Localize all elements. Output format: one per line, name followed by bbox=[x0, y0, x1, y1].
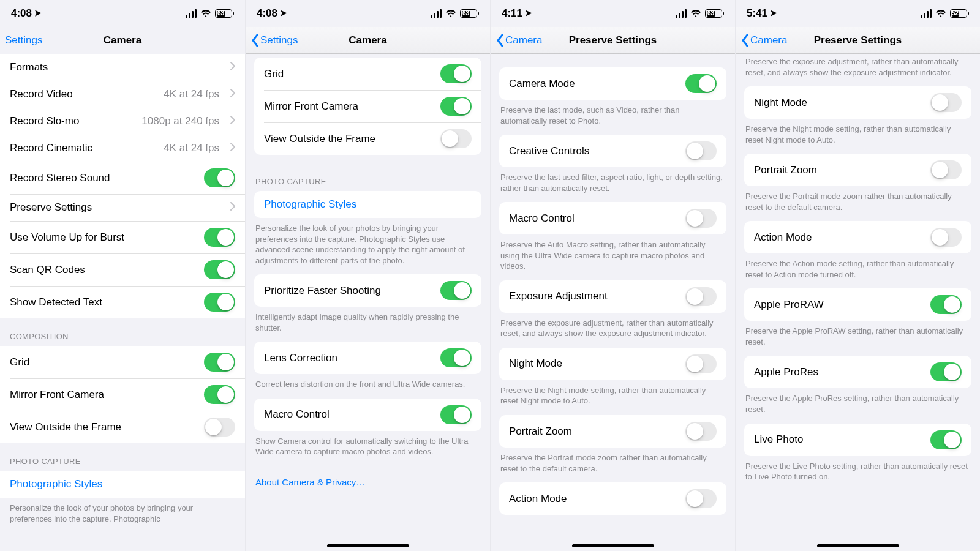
chevron-right-icon bbox=[230, 116, 235, 124]
cell-label: Prioritize Faster Shooting bbox=[264, 285, 433, 297]
toggle-switch[interactable] bbox=[685, 74, 717, 93]
cell-label: Use Volume Up for Burst bbox=[10, 231, 197, 244]
toggle-switch[interactable] bbox=[204, 353, 235, 372]
scroll-area[interactable]: Preserve the exposure adjustment, rather… bbox=[736, 54, 980, 551]
cell-label: Portrait Zoom bbox=[509, 425, 678, 438]
section-footer: Preserve the Night mode setting, rather … bbox=[736, 119, 980, 154]
battery-indicator: 52 bbox=[950, 9, 969, 18]
section-footer: Preserve the last mode, such as Video, r… bbox=[491, 100, 735, 135]
cell-label: Macro Control bbox=[264, 408, 433, 421]
settings-row: Camera Mode bbox=[499, 67, 726, 100]
settings-row: Mirror Front Camera bbox=[0, 378, 245, 411]
settings-row: Grid bbox=[0, 346, 245, 378]
nav-bar: Settings Camera bbox=[0, 27, 245, 54]
section-footer: Preserve the Apple ProRes setting, rathe… bbox=[736, 388, 980, 423]
cellular-icon bbox=[186, 9, 197, 18]
section-footer: Preserve the Live Photo setting, rather … bbox=[736, 456, 980, 491]
cell-group: Camera Mode bbox=[499, 67, 726, 100]
settings-row: Mirror Front Camera bbox=[254, 90, 481, 122]
section-footer: Preserve the Apple ProRAW setting, rathe… bbox=[736, 321, 980, 356]
settings-row: Macro Control bbox=[499, 202, 726, 234]
location-icon: ➤ bbox=[770, 8, 777, 18]
nav-back-button[interactable]: Camera bbox=[741, 27, 787, 53]
toggle-switch[interactable] bbox=[440, 97, 472, 116]
settings-row[interactable]: Preserve Settings bbox=[0, 194, 245, 221]
settings-row[interactable]: Formats bbox=[0, 54, 245, 81]
toggle-switch[interactable] bbox=[204, 228, 235, 247]
section-footer: Preserve the last used filter, aspect ra… bbox=[491, 167, 735, 202]
settings-row: Live Photo bbox=[744, 424, 971, 456]
status-bar: 4:08 ➤ 63 bbox=[0, 0, 245, 27]
cell-label: Record Slo-mo bbox=[10, 115, 134, 127]
section-footer: Preserve the Auto Macro setting, rather … bbox=[491, 234, 735, 280]
cell-group: Apple ProRes bbox=[744, 356, 971, 388]
settings-row: Apple ProRAW bbox=[744, 288, 971, 321]
cell-label: Apple ProRAW bbox=[754, 299, 923, 311]
section-footer: Preserve the Action mode setting, rather… bbox=[736, 253, 980, 288]
scroll-area[interactable]: Grid Mirror Front Camera View Outside th… bbox=[246, 54, 490, 551]
toggle-switch[interactable] bbox=[440, 405, 472, 424]
phone-pane: 4:08 ➤ 63 Settings Camera Formats Record… bbox=[0, 0, 245, 551]
settings-row: Action Mode bbox=[744, 221, 971, 253]
cell-label: Live Photo bbox=[754, 433, 923, 446]
cell-label: Creative Controls bbox=[509, 145, 678, 157]
nav-back-label: Camera bbox=[505, 34, 542, 47]
settings-row: Use Volume Up for Burst bbox=[0, 221, 245, 253]
settings-row: View Outside the Frame bbox=[254, 122, 481, 155]
cell-group: Portrait Zoom bbox=[744, 154, 971, 186]
about-link[interactable]: About Camera & Privacy… bbox=[246, 466, 490, 498]
chevron-left-icon bbox=[741, 34, 749, 47]
toggle-switch[interactable] bbox=[440, 64, 472, 83]
phone-pane: 4:08 ➤ 63 Settings Camera Grid Mirror Fr… bbox=[245, 0, 490, 551]
toggle-switch[interactable] bbox=[930, 93, 962, 112]
settings-row[interactable]: Record Cinematic 4K at 24 fps bbox=[0, 135, 245, 162]
status-time: 4:11 bbox=[502, 7, 522, 20]
scroll-area[interactable]: Camera Mode Preserve the last mode, such… bbox=[491, 54, 735, 551]
section-footer: Preserve the Portrait mode zoom rather t… bbox=[736, 186, 980, 221]
toggle-switch[interactable] bbox=[930, 160, 962, 179]
toggle-switch[interactable] bbox=[440, 348, 472, 367]
toggle-switch[interactable] bbox=[930, 228, 962, 247]
home-indicator bbox=[327, 544, 409, 547]
nav-back-button[interactable]: Camera bbox=[496, 27, 542, 53]
settings-row: Night Mode bbox=[744, 86, 971, 119]
scroll-area[interactable]: Formats Record Video 4K at 24 fps Record… bbox=[0, 54, 245, 551]
toggle-switch[interactable] bbox=[930, 295, 962, 314]
toggle-switch[interactable] bbox=[204, 260, 235, 279]
toggle-switch[interactable] bbox=[685, 141, 717, 160]
cell-detail: 1080p at 240 fps bbox=[141, 115, 219, 127]
cell-label: Mirror Front Camera bbox=[10, 389, 197, 401]
toggle-switch[interactable] bbox=[440, 129, 472, 148]
settings-row[interactable]: Photographic Styles bbox=[0, 471, 245, 498]
settings-row[interactable]: Record Video 4K at 24 fps bbox=[0, 81, 245, 108]
settings-row[interactable]: Record Slo-mo 1080p at 240 fps bbox=[0, 108, 245, 135]
toggle-switch[interactable] bbox=[685, 422, 717, 441]
toggle-switch[interactable] bbox=[685, 489, 717, 508]
toggle-switch[interactable] bbox=[685, 287, 717, 306]
cell-label: Record Cinematic bbox=[10, 142, 156, 154]
toggle-switch[interactable] bbox=[685, 354, 717, 373]
toggle-switch[interactable] bbox=[204, 385, 235, 404]
section-footer: Preserve the exposure adjustment, rather… bbox=[491, 313, 735, 348]
chevron-left-icon bbox=[251, 34, 259, 47]
settings-row: Scan QR Codes bbox=[0, 253, 245, 286]
settings-row[interactable]: Photographic Styles bbox=[254, 191, 481, 218]
cell-label: Photographic Styles bbox=[264, 198, 472, 211]
toggle-switch[interactable] bbox=[204, 293, 235, 312]
toggle-switch[interactable] bbox=[440, 281, 472, 300]
toggle-switch[interactable] bbox=[930, 362, 962, 381]
cell-label: Exposure Adjustment bbox=[509, 290, 678, 302]
cell-label: Portrait Zoom bbox=[754, 164, 923, 176]
settings-row: Lens Correction bbox=[254, 342, 481, 374]
cell-group: Action Mode bbox=[499, 482, 726, 515]
toggle-switch[interactable] bbox=[204, 168, 235, 187]
section-footer: Personalize the look of your photos by b… bbox=[246, 218, 490, 274]
toggle-switch[interactable] bbox=[685, 209, 717, 228]
nav-back-button[interactable]: Settings bbox=[251, 27, 298, 53]
cell-group: Macro Control bbox=[254, 399, 481, 431]
chevron-right-icon bbox=[230, 143, 235, 151]
toggle-switch[interactable] bbox=[204, 418, 235, 437]
nav-back-button[interactable]: Settings bbox=[5, 27, 42, 54]
cell-label: Scan QR Codes bbox=[10, 264, 197, 276]
toggle-switch[interactable] bbox=[930, 430, 962, 449]
